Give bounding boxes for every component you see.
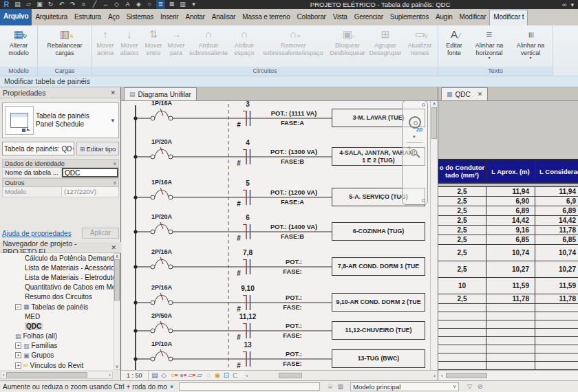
circuit-description-box[interactable]: 9,10-AR COND. DORM 2 (TUE (332, 293, 425, 312)
circuit-phase-label[interactable]: FASE: (258, 268, 327, 276)
collapse-icon[interactable]: » (111, 162, 118, 165)
ribbon-tab-gerenciar[interactable]: Gerenciar (351, 10, 387, 25)
design-options-combo[interactable]: Modelo principal ∨ (350, 382, 459, 391)
navigation-bar-widget[interactable]: 2D ▾ ✣ (402, 100, 428, 205)
schedule-cell[interactable]: 6,9 (535, 197, 578, 206)
circuit-phase-label[interactable]: FASE: (258, 303, 327, 312)
schedule-cell[interactable] (535, 362, 578, 369)
schedule-cell[interactable] (535, 353, 578, 361)
schedule-cell[interactable]: 6,89 (486, 206, 535, 215)
circuit-number-label[interactable]: 5 (233, 179, 263, 187)
schedule-cell[interactable]: 10,27 (535, 261, 578, 277)
shadows-off-icon[interactable]: ●× (178, 371, 186, 380)
circuit-power-label[interactable]: POT.: (258, 294, 330, 302)
visual-style-icon[interactable]: ◇ (160, 371, 169, 380)
close-properties-icon[interactable]: ✕ (108, 89, 118, 96)
signin-icon[interactable]: ▾ (570, 1, 574, 8)
diagram-vertical-scrollbar[interactable]: ∧ (430, 101, 438, 370)
browser-item-qdc[interactable]: QDC (0, 321, 114, 331)
browser-item-lista-de-materiais-eletroduto[interactable]: Lista de Materiais - Eletroduto (0, 272, 114, 282)
breaker-rating-label[interactable]: 1P/10A (133, 340, 191, 347)
tab-qdc[interactable]: ▦ QDC ✕ (441, 87, 488, 100)
circuit-power-label[interactable]: POT.: (1111 VA) (258, 109, 330, 118)
alinhar-na-vertical-button[interactable]: ≡Alinhar na vertical▾ (510, 27, 551, 67)
expand-icon[interactable]: + (15, 352, 21, 358)
properties-help-link[interactable]: Ajuda de propriedades (2, 230, 72, 237)
editar-fonte-button[interactable]: A╱Editar fonte (440, 27, 469, 67)
browser-item-quantitativo-de-cabos-em-metr[interactable]: Quantitativo de Cabos em Metr (0, 283, 114, 292)
schedule-cell[interactable] (438, 345, 486, 353)
displace-icon[interactable]: ⊡ (222, 371, 231, 380)
schedule-cell[interactable] (438, 304, 486, 312)
browser-item-c-lculo-da-pot-ncia-demandac[interactable]: Cálculo da Potência Demandac (0, 253, 114, 263)
ribbon-tab-augin[interactable]: Augin (432, 10, 456, 25)
breaker-rating-label[interactable]: 2P/16A (133, 248, 191, 255)
expand-icon[interactable]: + (15, 342, 21, 349)
schedule-cell[interactable]: 14,42 (486, 216, 535, 225)
crop-view-off-icon[interactable]: ▱× (186, 371, 195, 380)
detail-level-icon[interactable]: ▤ (151, 371, 160, 380)
browser-item-lista-de-materiais-acess-rios[interactable]: Lista de Materiais - Acessórios (0, 263, 114, 272)
param-group-other[interactable]: Outros » (2, 178, 119, 187)
apply-button[interactable]: Aplicar (82, 228, 119, 239)
ribbon-tab-analisar[interactable]: Analisar (208, 10, 239, 25)
press-drag-icon[interactable]: ⊘ (475, 383, 486, 390)
breaker-rating-label[interactable]: 2P/16A (133, 284, 191, 291)
zoom-region-icon[interactable] (410, 149, 417, 156)
view-scale-button[interactable]: 1 : 50 (121, 371, 149, 380)
redo-icon[interactable]: ↷ (68, 0, 77, 9)
schedule-cell[interactable] (438, 320, 486, 328)
schedule-cell[interactable] (486, 362, 535, 369)
ribbon-tab-suplementos[interactable]: Suplementos (387, 10, 432, 25)
schedule-cell[interactable] (486, 304, 535, 312)
schedule-cell[interactable]: 10,74 (486, 245, 535, 261)
circuit-description-box[interactable]: 6-COZINHA (TUG) (332, 222, 425, 241)
circuit-number-label[interactable]: 6 (233, 214, 263, 221)
circuit-description-box[interactable]: 13-TUG (BWC) (332, 349, 425, 368)
schedule-cell[interactable] (535, 312, 578, 320)
browser-item-med[interactable]: MED (0, 312, 114, 321)
schedule-cell[interactable]: 2,5 (438, 216, 486, 225)
schedule-cell[interactable] (535, 345, 578, 353)
circuit-number-label[interactable]: 13 (233, 341, 263, 349)
open-icon[interactable]: ▱ (24, 0, 33, 9)
schedule-cell[interactable]: 2,5 (438, 261, 486, 277)
schedule-cell[interactable]: 6,85 (486, 235, 535, 244)
tag-icon[interactable]: ◇ (112, 0, 121, 9)
schedule-cell[interactable] (438, 312, 486, 320)
editable-only-icon[interactable]: ⌸ (325, 383, 334, 391)
schedule-cell[interactable] (535, 329, 578, 336)
panel-schedule-canvas[interactable]: o do Condutortado (mm²)L Aprox. (m)L Con… (438, 101, 578, 370)
schedule-cell[interactable]: 2,5 (438, 197, 486, 206)
browser-item-folhas-all[interactable]: ▤Folhas (all) (0, 331, 114, 341)
circuit-number-label[interactable]: 4 (233, 139, 263, 146)
schedule-cell[interactable]: 11,78 (535, 226, 578, 235)
circuit-power-label[interactable]: POT.: (1300 VA) (258, 148, 330, 156)
schedule-cell[interactable] (486, 320, 535, 328)
breaker-rating-label[interactable]: 1P/16A (133, 101, 191, 107)
schedule-cell[interactable]: 10 (438, 278, 486, 294)
revit-logo[interactable]: R (2, 0, 11, 9)
schedule-cell[interactable]: 2,5 (438, 206, 486, 215)
ribbon-tab-anotar[interactable]: Anotar (182, 10, 208, 25)
schedule-cell[interactable] (486, 329, 535, 336)
breaker-rating-label[interactable]: 2P/50A (133, 312, 191, 319)
expand-icon[interactable]: − (15, 304, 21, 310)
schedule-cell[interactable] (535, 337, 578, 345)
schedule-cell[interactable]: 6,90 (486, 197, 535, 206)
print-icon[interactable]: ≡ (79, 0, 88, 9)
undo-icon[interactable]: ↶ (57, 0, 66, 9)
close-tab-icon[interactable]: ✕ (478, 91, 483, 98)
circuit-number-label[interactable]: 7,8 (233, 249, 263, 257)
schedule-hscroll-thumb[interactable] (446, 373, 487, 378)
schedule-cell[interactable] (486, 337, 535, 345)
schedule-cell[interactable]: 2,5 (438, 187, 486, 196)
schedule-cell[interactable]: 2,5 (438, 226, 486, 235)
schedule-cell[interactable]: 2,5 (438, 294, 486, 303)
rebalancear-cargas-button[interactable]: ▥ϟRebalancear cargas (39, 27, 90, 67)
schedule-cell[interactable] (438, 353, 486, 361)
alterar-modelo-button[interactable]: ▦↻Alterar modelo (1, 27, 36, 67)
param-group-identity[interactable]: Dados de identidade » (2, 159, 119, 168)
diagram-horizontal-scrollbar[interactable]: ‹ › (244, 371, 438, 380)
schedule-cell[interactable]: 10,74 (535, 245, 578, 261)
